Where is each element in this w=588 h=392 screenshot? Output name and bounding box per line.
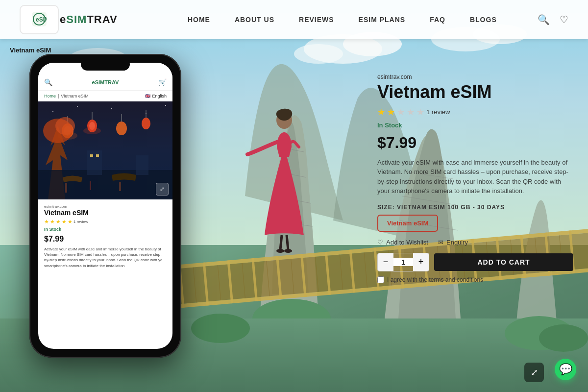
size-selector[interactable]: Vietnam eSIM bbox=[377, 215, 438, 232]
svg-rect-92 bbox=[96, 154, 99, 157]
nav-links: HOME ABOUT US REVIEWS ESIM PLANS FAQ BLO… bbox=[147, 15, 538, 24]
logo-box: eSIM bbox=[20, 5, 59, 34]
heart-icon: ♡ bbox=[377, 239, 383, 246]
svg-text:eSIM: eSIM bbox=[36, 16, 47, 23]
svg-point-68 bbox=[111, 108, 112, 109]
phone-product-title: Vietnam eSIM bbox=[44, 209, 167, 217]
product-price: $7.99 bbox=[377, 134, 573, 152]
star-2: ★ bbox=[387, 107, 395, 118]
logo-text: eSIMTRAV bbox=[60, 13, 118, 26]
phone-product-image: ⤢ bbox=[38, 101, 172, 199]
terms-row: I agree with the terms and conditions bbox=[377, 276, 573, 283]
svg-point-66 bbox=[52, 111, 53, 112]
svg-rect-89 bbox=[87, 150, 102, 175]
qty-cart-row: − + ADD TO CART bbox=[377, 253, 573, 271]
svg-point-84 bbox=[55, 117, 75, 135]
expand-overlay-button[interactable]: ⤢ bbox=[524, 363, 544, 382]
quantity-decrease-button[interactable]: − bbox=[378, 253, 393, 271]
add-to-cart-button[interactable]: ADD TO CART bbox=[434, 253, 573, 271]
plus-icon: + bbox=[418, 257, 424, 267]
phone-search-icon[interactable]: 🔍 bbox=[44, 78, 52, 86]
phone-star-3: ★ bbox=[56, 219, 61, 225]
star-5-empty: ★ bbox=[416, 107, 424, 118]
phone-description: Activate your eSIM with ease and immerse… bbox=[44, 246, 167, 269]
phone-breadcrumb: Home | Vietnam eSIM 🇬🇧 English bbox=[38, 91, 172, 101]
logo[interactable]: eSIM eSIMTRAV bbox=[20, 5, 118, 34]
phone-expand-button[interactable]: ⤢ bbox=[156, 183, 169, 196]
phone-star-5: ★ bbox=[68, 219, 73, 225]
nav-faq[interactable]: FAQ bbox=[430, 15, 445, 24]
whatsapp-icon: 💬 bbox=[559, 363, 572, 376]
phone-cart-icon[interactable]: 🛒 bbox=[158, 78, 167, 86]
phone-notch bbox=[81, 58, 130, 71]
phone-price: $7.99 bbox=[44, 235, 167, 244]
svg-rect-85 bbox=[38, 170, 172, 199]
product-overlay: esimtrav.com Vietnam eSIM ★ ★ ★ ★ ★ 1 re… bbox=[363, 64, 588, 298]
phone-home-link[interactable]: Home bbox=[44, 94, 56, 98]
phone-product-info: esimtrav.com Vietnam eSIM ★ ★ ★ ★ ★ 1 re… bbox=[38, 199, 172, 273]
phone-language[interactable]: 🇬🇧 English bbox=[145, 94, 167, 98]
svg-rect-87 bbox=[90, 181, 91, 190]
phone-current-page: Vietnam eSIM bbox=[61, 94, 88, 98]
phone-star-2: ★ bbox=[50, 219, 55, 225]
nav-reviews[interactable]: REVIEWS bbox=[299, 15, 334, 24]
star-3-empty: ★ bbox=[397, 107, 405, 118]
product-rating: ★ ★ ★ ★ ★ 1 review bbox=[377, 107, 573, 118]
heart-icon: ♡ bbox=[560, 14, 568, 25]
svg-rect-91 bbox=[90, 154, 93, 157]
breadcrumb: Vietnam eSIM bbox=[10, 47, 51, 54]
search-button[interactable]: 🔍 bbox=[538, 14, 550, 25]
product-title: Vietnam eSIM bbox=[377, 82, 573, 102]
phone-star-1: ★ bbox=[44, 219, 49, 225]
phone-star-4: ★ bbox=[62, 219, 67, 225]
svg-point-77 bbox=[116, 122, 127, 135]
phone-logo: eSIMTRAV bbox=[92, 79, 119, 85]
quantity-input[interactable] bbox=[393, 258, 413, 266]
search-icon: 🔍 bbox=[538, 14, 550, 25]
review-count: 1 review bbox=[426, 108, 450, 116]
quantity-control: − + bbox=[377, 253, 429, 271]
phone-mockup: 🔍 eSIMTRAV 🛒 Home | Vietnam eSIM 🇬🇧 Engl… bbox=[29, 54, 181, 358]
product-site-name: esimtrav.com bbox=[377, 74, 573, 80]
phone-site-name: esimtrav.com bbox=[44, 204, 167, 209]
svg-rect-90 bbox=[136, 155, 148, 175]
terms-label: I agree with the terms and conditions bbox=[387, 276, 483, 283]
whatsapp-button[interactable]: 💬 bbox=[555, 359, 576, 380]
svg-point-70 bbox=[165, 105, 166, 106]
flag-icon: 🇬🇧 bbox=[145, 94, 150, 98]
product-description: Activate your eSIM with ease and immerse… bbox=[377, 158, 573, 196]
breadcrumb-text: Vietnam eSIM bbox=[10, 47, 51, 54]
nav-about[interactable]: ABOUT US bbox=[235, 15, 274, 24]
nav-home[interactable]: HOME bbox=[188, 15, 210, 24]
star-1: ★ bbox=[377, 107, 385, 118]
phone-stars: ★ ★ ★ ★ ★ 1 review bbox=[44, 219, 167, 225]
phone-in-stock: In Stock bbox=[44, 227, 167, 232]
size-label: SIZE: VIETNAM ESIM 100 GB - 30 DAYS bbox=[377, 204, 573, 211]
nav-blogs[interactable]: BLOGS bbox=[470, 15, 497, 24]
svg-point-67 bbox=[77, 106, 78, 107]
quantity-increase-button[interactable]: + bbox=[413, 253, 429, 271]
svg-point-82 bbox=[83, 127, 101, 134]
star-4-empty: ★ bbox=[407, 107, 415, 118]
navbar: eSIM eSIMTRAV HOME ABOUT US REVIEWS ESIM… bbox=[0, 0, 588, 39]
expand-icon: ⤢ bbox=[531, 367, 538, 378]
terms-checkbox[interactable] bbox=[377, 276, 384, 283]
svg-rect-86 bbox=[65, 183, 67, 193]
enquiry-button[interactable]: ✉ Enquiry bbox=[438, 239, 468, 246]
wishlist-nav-button[interactable]: ♡ bbox=[560, 14, 568, 25]
svg-point-79 bbox=[142, 118, 150, 129]
phone-review-count: 1 review bbox=[74, 220, 88, 224]
expand-icon: ⤢ bbox=[160, 186, 165, 193]
enquiry-icon: ✉ bbox=[438, 239, 443, 246]
svg-rect-88 bbox=[119, 182, 121, 191]
phone-screen: 🔍 eSIMTRAV 🛒 Home | Vietnam eSIM 🇬🇧 Engl… bbox=[38, 63, 172, 349]
logo-icon: eSIM bbox=[32, 12, 47, 27]
nav-esim-plans[interactable]: ESIM PLANS bbox=[359, 15, 406, 24]
action-row: ♡ Add to Wishlist ✉ Enquiry bbox=[377, 239, 573, 246]
minus-icon: − bbox=[383, 257, 389, 267]
nav-icons: 🔍 ♡ bbox=[538, 14, 568, 25]
phone-outer: 🔍 eSIMTRAV 🛒 Home | Vietnam eSIM 🇬🇧 Engl… bbox=[29, 54, 181, 358]
stock-status: In Stock bbox=[377, 122, 573, 129]
add-to-wishlist-button[interactable]: ♡ Add to Wishlist bbox=[377, 239, 428, 246]
